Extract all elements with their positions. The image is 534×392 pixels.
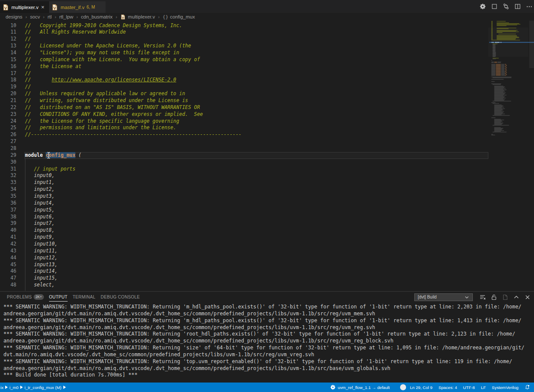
- line-number: 26: [0, 131, 16, 138]
- line-content: // the License for the specific language…: [25, 118, 179, 125]
- breadcrumb-item-label: socv: [30, 14, 40, 19]
- tab-problems-decoration: 6, M: [87, 5, 95, 9]
- breadcrumb-item-socv[interactable]: socv: [30, 14, 40, 19]
- line-content: input14,: [25, 268, 58, 275]
- line-content: //: [25, 70, 31, 77]
- line-number: 24: [0, 118, 16, 125]
- symbol-braces-icon: {}: [163, 14, 168, 20]
- breadcrumb-item-label: designs: [6, 14, 22, 19]
- output-line: andreea.georgian/git/dvt.main/ro.amiq.dv…: [3, 365, 529, 372]
- settings-gear-icon[interactable]: [479, 3, 486, 10]
- breadcrumb-item-rtl_lpw[interactable]: rtl_lpw: [59, 14, 74, 19]
- line-number: 12: [0, 36, 16, 43]
- verilog-file-icon: [2, 4, 9, 11]
- code-line-45: 45 input13,: [0, 261, 488, 268]
- statusbar-flow[interactable]: uvm_ref_flow_1.1 → default: [327, 383, 393, 392]
- tab-close-icon[interactable]: ×: [40, 4, 46, 10]
- line-number: 48: [0, 282, 16, 289]
- unlock-icon[interactable]: [491, 294, 497, 301]
- verilog-file-icon: [51, 4, 58, 11]
- line-content: input3,: [25, 193, 55, 200]
- breadcrumb-item-rtl[interactable]: rtl: [48, 14, 52, 19]
- panel-tab-output[interactable]: OUTPUT: [49, 292, 68, 302]
- more-actions-icon[interactable]: [526, 3, 533, 10]
- line-number: 16: [0, 63, 16, 70]
- line-number: 30: [0, 159, 16, 166]
- breadcrumb-item-cdn_busmatrix[interactable]: cdn_busmatrix: [81, 14, 112, 19]
- current-line-highlight: [25, 152, 488, 159]
- open-log-file-icon[interactable]: [502, 294, 509, 301]
- statusbar-cursor-position[interactable]: Ln 29, Col 9: [408, 383, 435, 392]
- line-number: 23: [0, 111, 16, 118]
- breadcrumb-separator: ›: [158, 14, 160, 19]
- output-line: *** SEMANTIC WARNING: WIDTH_MISMATCH_TRU…: [3, 317, 529, 324]
- run-square-icon[interactable]: [491, 3, 498, 10]
- statusbar-language[interactable]: SystemVerilog: [489, 383, 522, 392]
- hierarchy-arrow-icon: [20, 386, 23, 389]
- code-line-17: 17//: [0, 70, 488, 77]
- close-panel-icon[interactable]: [524, 294, 531, 301]
- code-editor[interactable]: 10// Copyright 1999-2010 Cadence Design …: [0, 21, 534, 291]
- code-line-48: 48 select,: [0, 282, 488, 289]
- statusbar-dvt-status[interactable]: [393, 383, 408, 392]
- code-line-19: 19//: [0, 84, 488, 90]
- line-content: //: [25, 84, 31, 90]
- line-number: 21: [0, 97, 16, 104]
- panel-tabs: PROBLEMS2K+OUTPUTTERMINALDEBUG CONSOLE: [0, 292, 145, 302]
- minimap[interactable]: [488, 21, 534, 291]
- breadcrumb-item-label: multiplexer.v: [128, 14, 155, 19]
- line-number: 29: [0, 152, 16, 159]
- line-number: 18: [0, 77, 16, 84]
- output-channel-select[interactable]: [dvt] Build: [414, 293, 473, 301]
- panel-tab-problems[interactable]: PROBLEMS2K+: [7, 292, 44, 302]
- line-number: 42: [0, 241, 16, 248]
- split-editor-icon[interactable]: [514, 3, 521, 10]
- code-line-39: 39 input7,: [0, 220, 488, 227]
- code-line-35: 35 input3,: [0, 193, 488, 200]
- code-line-46: 46 input14,: [0, 268, 488, 275]
- line-content: input2,: [25, 186, 55, 193]
- code-line-42: 42 input10,: [0, 241, 488, 248]
- line-number: 17: [0, 70, 16, 77]
- mouse-ibeam-cursor: [47, 152, 51, 159]
- breadcrumb-item-config_mux[interactable]: {}config_mux: [163, 14, 195, 20]
- line-number: 46: [0, 268, 16, 275]
- compare-changes-icon[interactable]: [503, 3, 509, 10]
- statusbar-notifications[interactable]: [522, 383, 534, 392]
- code-line-12: 12//: [0, 36, 488, 43]
- panel-tab-debug-console[interactable]: DEBUG CONSOLE: [101, 292, 140, 302]
- output-line: andreea.georgian/git/dvt.main/ro.amiq.dv…: [3, 311, 529, 317]
- statusbar-encoding[interactable]: UTF-8: [460, 383, 478, 392]
- line-number: 32: [0, 172, 16, 179]
- output-line: dvt.main/ro.amiq.dvt.vscode/.dvt_home_sc…: [3, 352, 529, 358]
- panel-tab-terminal[interactable]: TERMINAL: [73, 292, 96, 302]
- line-content: // distributed on an "AS IS" BASIS, WITH…: [25, 104, 200, 111]
- breadcrumb-item-designs[interactable]: designs: [6, 14, 22, 19]
- clear-output-icon[interactable]: [479, 294, 486, 301]
- statusbar-hierarchy[interactable]: ixi_m0i_tr_config_mux (M): [0, 385, 68, 390]
- line-content: select,: [25, 282, 55, 289]
- breadcrumb-item-label: config_mux: [170, 14, 195, 19]
- maximize-panel-icon[interactable]: [513, 294, 520, 301]
- output-log[interactable]: *** SEMANTIC WARNING: WIDTH_MISMATCH_TRU…: [0, 303, 529, 383]
- panel-actions: [dvt] Build: [414, 292, 531, 302]
- code-lines: 10// Copyright 1999-2010 Cadence Design …: [0, 22, 488, 289]
- hierarchy-item: i_m0: [9, 385, 19, 390]
- tab-master_if-v[interactable]: master_if.v6, M: [49, 1, 105, 13]
- line-content: input1,: [25, 179, 55, 186]
- statusbar-indentation[interactable]: Spaces: 4: [435, 383, 460, 392]
- code-line-18: 18// http://www.apache.org/licenses/LICE…: [0, 77, 488, 84]
- flow-label: uvm_ref_flow_1.1 → default: [338, 385, 390, 390]
- statusbar-eol[interactable]: LF: [478, 383, 489, 392]
- code-line-22: 22// distributed on an "AS IS" BASIS, WI…: [0, 104, 488, 111]
- code-line-44: 44 input12,: [0, 255, 488, 261]
- code-line-38: 38 input6,: [0, 214, 488, 221]
- breadcrumb-item-multiplexer-v[interactable]: multiplexer.v: [120, 14, 155, 20]
- panel-tab-label: OUTPUT: [49, 295, 68, 299]
- bottom-panel: PROBLEMS2K+OUTPUTTERMINALDEBUG CONSOLE […: [0, 291, 534, 383]
- line-number: 28: [0, 145, 16, 152]
- panel-tab-label: DEBUG CONSOLE: [101, 295, 140, 299]
- tab-multiplexer-v[interactable]: multiplexer.v×: [0, 1, 49, 13]
- line-content: input15,: [25, 275, 58, 282]
- tab-label: multiplexer.v: [12, 5, 39, 10]
